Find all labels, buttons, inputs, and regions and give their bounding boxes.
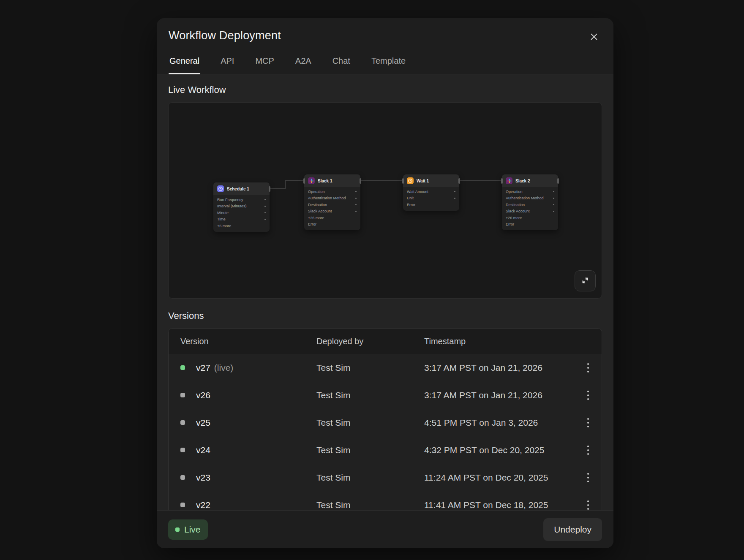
tab-api[interactable]: API	[220, 56, 235, 74]
workflow-canvas[interactable]: Schedule 1Run FrequencyInterval (Minutes…	[168, 102, 602, 299]
field-port-icon	[355, 191, 357, 192]
output-handle	[557, 178, 559, 184]
field-port-icon	[264, 206, 266, 207]
node-field: Operation	[502, 188, 558, 195]
node-field: Error	[403, 201, 459, 208]
field-port-icon	[355, 198, 357, 199]
node-header: Slack 1	[304, 174, 360, 187]
modal-content: Live Workflow Schedule 1Run FrequencyInt…	[157, 74, 613, 510]
output-handle	[360, 178, 361, 184]
version-label: v25	[196, 418, 210, 428]
node-field-label: Error	[407, 203, 415, 207]
field-port-icon	[454, 191, 455, 192]
version-dot-icon	[180, 420, 185, 425]
slack-icon	[308, 177, 315, 184]
expand-button[interactable]	[575, 270, 596, 291]
kebab-menu-icon[interactable]	[581, 359, 595, 377]
status-badge: Live	[168, 519, 208, 540]
node-field-label: Interval (Minutes)	[217, 204, 247, 208]
node-field-label: Destination	[308, 203, 327, 207]
version-dot-icon	[180, 475, 185, 480]
clock-icon	[217, 185, 224, 192]
tab-a2a[interactable]: A2A	[294, 56, 312, 74]
field-port-icon	[454, 198, 455, 199]
field-port-icon	[553, 211, 554, 212]
deployed-by-value: Test Sim	[316, 363, 424, 373]
version-label: v27	[196, 363, 210, 373]
versions-table: Version Deployed by Timestamp v27(live)T…	[168, 328, 602, 510]
node-header: Schedule 1	[213, 182, 270, 195]
slack-icon	[506, 177, 512, 184]
close-button[interactable]	[586, 29, 602, 44]
node-field: Authentication Method	[502, 195, 558, 202]
table-row: v27(live)Test Sim3:17 AM PST on Jan 21, …	[169, 354, 602, 381]
live-status-dot-icon	[175, 527, 180, 532]
modal-footer: Live Undeploy	[157, 510, 613, 548]
version-live-suffix: (live)	[214, 363, 234, 373]
field-port-icon	[553, 204, 554, 205]
workflow-node-schedule-1: Schedule 1Run FrequencyInterval (Minutes…	[213, 182, 270, 232]
node-field: Run Frequency	[213, 196, 270, 203]
node-field: Operation	[304, 188, 360, 195]
timestamp-value: 4:32 PM PST on Dec 20, 2025	[424, 445, 575, 455]
timestamp-value: 11:41 AM PST on Dec 18, 2025	[424, 500, 575, 510]
column-header-version: Version	[180, 337, 316, 346]
node-title: Slack 2	[515, 179, 530, 183]
node-field-label: Minute	[217, 211, 229, 215]
input-handle	[402, 178, 404, 184]
node-title: Wait 1	[417, 179, 429, 183]
node-field: Slack Account	[502, 208, 558, 215]
version-live-dot-icon	[180, 365, 185, 370]
node-field: Time	[213, 216, 270, 223]
tab-general[interactable]: General	[169, 56, 200, 74]
tab-chat[interactable]: Chat	[332, 56, 351, 74]
kebab-menu-icon[interactable]	[581, 386, 595, 404]
expand-icon	[580, 275, 590, 287]
tab-template[interactable]: Template	[371, 56, 406, 74]
version-dot-icon	[180, 448, 185, 452]
node-field: Interval (Minutes)	[213, 203, 270, 210]
versions-table-header: Version Deployed by Timestamp	[169, 329, 602, 354]
node-field-label: Operation	[506, 190, 523, 194]
node-field-label: Error	[308, 222, 316, 226]
node-field: +6 more	[213, 223, 270, 229]
input-handle	[501, 178, 503, 184]
table-row: v26Test Sim3:17 AM PST on Jan 21, 2026	[169, 381, 602, 409]
node-field: Error	[304, 221, 360, 228]
node-field: +26 more	[304, 215, 360, 221]
deployed-by-value: Test Sim	[316, 390, 424, 400]
workflow-deployment-modal: Workflow Deployment GeneralAPIMCPA2AChat…	[157, 18, 613, 548]
timestamp-value: 4:51 PM PST on Jan 3, 2026	[424, 418, 575, 428]
undeploy-button[interactable]: Undeploy	[543, 518, 602, 541]
timestamp-value: 11:24 AM PST on Dec 20, 2025	[424, 473, 575, 483]
field-port-icon	[553, 191, 554, 192]
version-dot-icon	[180, 503, 185, 507]
node-field-label: Unit	[407, 196, 414, 200]
table-row: v25Test Sim4:51 PM PST on Jan 3, 2026	[169, 409, 602, 436]
deployed-by-value: Test Sim	[316, 500, 424, 510]
kebab-menu-icon[interactable]	[581, 441, 595, 459]
kebab-menu-icon[interactable]	[581, 496, 595, 511]
modal-header: Workflow Deployment GeneralAPIMCPA2AChat…	[157, 18, 613, 74]
workflow-node-slack-2: Slack 2OperationAuthentication MethodDes…	[502, 174, 558, 230]
node-field-label: Error	[506, 222, 514, 226]
node-field-label: Operation	[308, 190, 325, 194]
node-field: Destination	[304, 201, 360, 208]
node-field: Wait Amount	[403, 188, 459, 195]
clock-icon	[407, 177, 414, 184]
workflow-node-wait-1: Wait 1Wait AmountUnitError	[403, 174, 459, 211]
kebab-menu-icon[interactable]	[581, 414, 595, 432]
field-port-icon	[264, 219, 266, 220]
node-field: Destination	[502, 201, 558, 208]
node-field-label: Run Frequency	[217, 198, 243, 202]
timestamp-value: 3:17 AM PST on Jan 21, 2026	[424, 363, 575, 373]
version-dot-icon	[180, 393, 185, 397]
node-field-label: +26 more	[506, 216, 522, 220]
tab-mcp[interactable]: MCP	[254, 56, 275, 74]
node-title: Slack 1	[318, 179, 332, 183]
kebab-menu-icon[interactable]	[581, 469, 595, 487]
versions-table-body: v27(live)Test Sim3:17 AM PST on Jan 21, …	[169, 354, 602, 510]
node-field: Slack Account	[304, 208, 360, 215]
node-field-label: +6 more	[217, 224, 231, 228]
version-label: v23	[196, 473, 210, 483]
